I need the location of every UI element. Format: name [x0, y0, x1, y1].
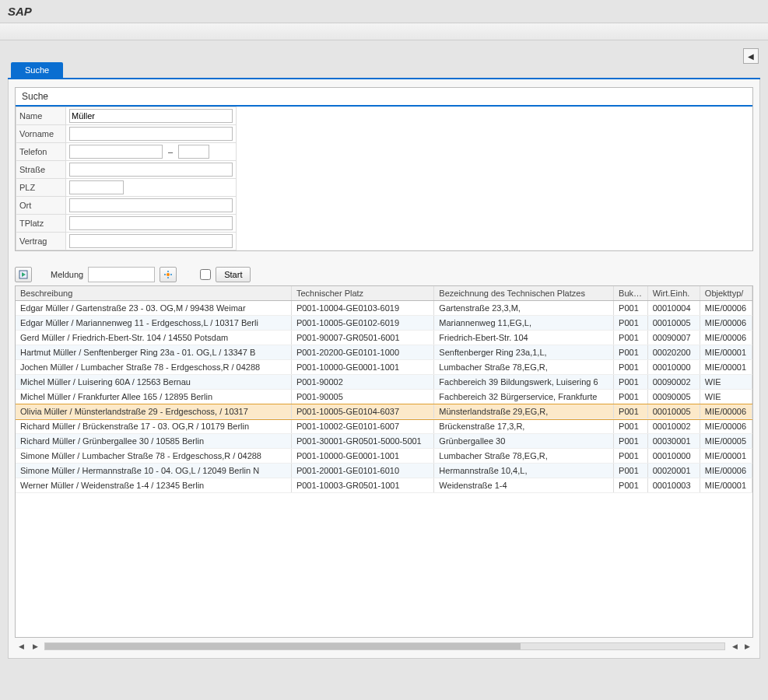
cell: P001 [614, 404, 648, 418]
input-tplatz[interactable] [69, 216, 233, 230]
cell: 00030001 [648, 434, 700, 448]
cell: P001 [614, 419, 648, 433]
input-strasse[interactable] [69, 163, 233, 177]
table-row[interactable]: Gerd Müller / Friedrich-Ebert-Str. 104 /… [16, 331, 752, 345]
col-objekttyp[interactable]: Objekttyp/ [700, 286, 752, 300]
scroll-track[interactable] [44, 642, 725, 650]
label-vorname: Vorname [16, 125, 66, 143]
action-row: Meldung Start [15, 265, 753, 284]
table-row[interactable]: Richard Müller / Grünbergallee 30 / 1058… [16, 434, 752, 449]
grid-body: Edgar Müller / Gartenstraße 23 - 03. OG,… [16, 301, 752, 637]
cell: P001 [614, 316, 648, 330]
table-row[interactable]: Jochen Müller / Lumbacher Straße 78 - Er… [16, 360, 752, 375]
col-beschreibung[interactable]: Beschreibung [16, 286, 292, 300]
table-row[interactable]: Michel Müller / Luisering 60A / 12563 Be… [16, 375, 752, 390]
scroll-left-end-icon[interactable]: ◀ [730, 641, 739, 652]
cell: 00090007 [648, 331, 700, 345]
tab-bar: Suche [8, 62, 760, 79]
cell: 00010000 [648, 360, 700, 374]
cell: P001-20200-GE0101-1000 [292, 345, 434, 359]
cell: P001-90007-GR0501-6001 [292, 331, 434, 345]
execute-button[interactable] [15, 267, 32, 282]
cell: MIE/00001 [700, 449, 752, 463]
horizontal-scroll: ◀ ▶ ◀ ▶ [15, 638, 753, 652]
label-strasse: Straße [16, 161, 66, 179]
input-meldung[interactable] [88, 267, 155, 282]
cell: MIE/00006 [700, 331, 752, 345]
cell: P001-90002 [292, 375, 434, 389]
cell: P001-10000-GE0001-1001 [292, 360, 434, 374]
cell: MIE/00006 [700, 301, 752, 315]
cell: Richard Müller / Brückenstraße 17 - 03. … [16, 419, 292, 433]
input-plz[interactable] [69, 180, 124, 194]
input-vertrag[interactable] [69, 234, 233, 248]
cell: P001-10005-GE0104-6037 [292, 404, 434, 418]
table-row[interactable]: Simone Müller / Hermannstraße 10 - 04. O… [16, 464, 752, 478]
cell: Michel Müller / Luisering 60A / 12563 Be… [16, 375, 292, 389]
cell: P001-10004-GE0103-6019 [292, 301, 434, 315]
variant-button[interactable] [160, 267, 177, 282]
table-row[interactable]: Olivia Müller / Münsterlandstraße 29 - E… [16, 404, 752, 419]
input-ort[interactable] [69, 198, 233, 212]
cell: 00010002 [648, 419, 700, 433]
table-row[interactable]: Richard Müller / Brückenstraße 17 - 03. … [16, 419, 752, 434]
cell: Gartenstraße 23,3,M, [434, 301, 614, 315]
cell: P001 [614, 345, 648, 359]
label-plz: PLZ [16, 179, 66, 197]
cell: Fachbereich 32 Bürgerservice, Frankfurte [434, 390, 614, 404]
cell: Gerd Müller / Friedrich-Ebert-Str. 104 /… [16, 331, 292, 345]
scroll-right-end-icon[interactable]: ▶ [742, 641, 752, 652]
scroll-thumb[interactable] [45, 643, 521, 649]
cell: 00020001 [648, 464, 700, 478]
cell: 00010004 [648, 301, 700, 315]
input-name[interactable] [69, 109, 233, 123]
input-telefon-2[interactable] [178, 145, 209, 159]
cell: MIE/00006 [700, 419, 752, 433]
start-button[interactable]: Start [216, 267, 251, 282]
svg-point-1 [167, 273, 170, 276]
telefon-separator: – [168, 147, 173, 156]
cell: P001 [614, 478, 648, 492]
cell: WIE [700, 390, 752, 404]
checkbox-start[interactable] [200, 269, 211, 280]
cell: Edgar Müller / Gartenstraße 23 - 03. OG,… [16, 301, 292, 315]
table-row[interactable]: Simone Müller / Lumbacher Straße 78 - Er… [16, 449, 752, 464]
col-bezeichnung[interactable]: Bezeichnung des Technischen Platzes [434, 286, 614, 300]
table-row[interactable]: Michel Müller / Frankfurter Allee 165 / … [16, 390, 752, 404]
cell: Münsterlandstraße 29,EG,R, [434, 404, 614, 418]
table-row[interactable]: Edgar Müller / Gartenstraße 23 - 03. OG,… [16, 301, 752, 316]
grid-header: Beschreibung Technischer Platz Bezeichnu… [16, 286, 752, 301]
input-telefon-1[interactable] [69, 145, 163, 159]
search-box: Suche Name Vorname Telefon – [15, 87, 753, 251]
cell: Fachbereich 39 Bildungswerk, Luisering 6 [434, 375, 614, 389]
col-technischer-platz[interactable]: Technischer Platz [292, 286, 434, 300]
cell: Werner Müller / Weidenstraße 1-4 / 12345… [16, 478, 292, 492]
cell: Lumbacher Straße 78,EG,R, [434, 449, 614, 463]
cell: P001-10000-GE0001-1001 [292, 449, 434, 463]
table-row[interactable]: Edgar Müller / Mariannenweg 11 - Erdgesc… [16, 316, 752, 331]
cell: 00010005 [648, 316, 700, 330]
input-vorname[interactable] [69, 127, 233, 141]
cell: MIE/00006 [700, 404, 752, 418]
cell: P001 [614, 390, 648, 404]
scroll-right-icon[interactable]: ▶ [30, 641, 40, 652]
cell: Simone Müller / Lumbacher Straße 78 - Er… [16, 449, 292, 463]
table-row[interactable]: Hartmut Müller / Senftenberger Ring 23a … [16, 345, 752, 360]
col-wirt-einh[interactable]: Wirt.Einh. [648, 286, 700, 300]
scroll-left-icon[interactable]: ◀ [16, 641, 26, 652]
cell: P001 [614, 360, 648, 374]
cell: P001 [614, 464, 648, 478]
col-bukrs[interactable]: Bukrs. [614, 286, 648, 300]
collapse-button[interactable]: ◀ [743, 48, 759, 64]
search-title: Suche [16, 88, 752, 107]
cell: MIE/00001 [700, 360, 752, 374]
tab-suche[interactable]: Suche [11, 62, 63, 78]
cell: 00090005 [648, 390, 700, 404]
cell: Edgar Müller / Mariannenweg 11 - Erdgesc… [16, 316, 292, 330]
cell: 00010003 [648, 478, 700, 492]
cell: 00010005 [648, 404, 700, 418]
cell: Weidenstraße 1-4 [434, 478, 614, 492]
label-name: Name [16, 107, 66, 125]
cell: Grünbergallee 30 [434, 434, 614, 448]
table-row[interactable]: Werner Müller / Weidenstraße 1-4 / 12345… [16, 478, 752, 493]
